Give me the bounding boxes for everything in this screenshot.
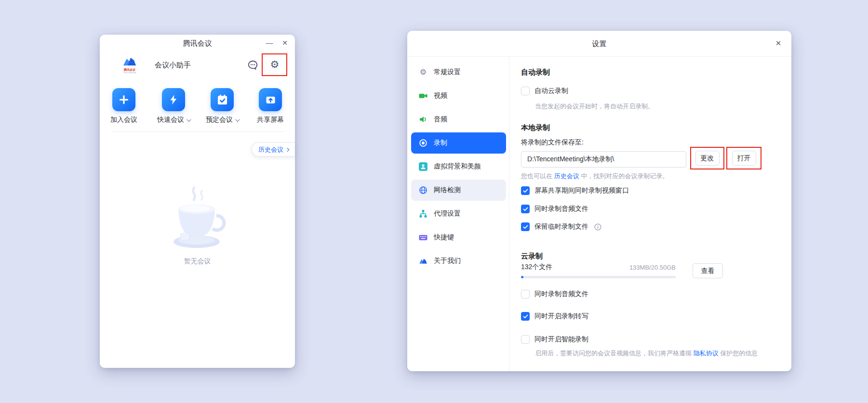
tencent-meeting-logo-icon (122, 59, 137, 67)
chevron-down-icon[interactable] (235, 117, 240, 122)
checkbox-checked-icon[interactable] (521, 312, 530, 321)
sidebar-item-label: 关于我们 (434, 257, 461, 265)
keep-temp-files-checkbox-row[interactable]: 保留临时录制文件 (521, 222, 601, 231)
checkbox-label: 同时开启智能录制 (534, 335, 588, 344)
person-card-icon (419, 162, 427, 171)
sidebar-item-video[interactable]: 视频 (411, 85, 506, 106)
keyboard-icon (419, 233, 427, 242)
sidebar-item-about[interactable]: 关于我们 (411, 250, 506, 272)
view-cloud-recordings-button[interactable]: 查看 (693, 263, 723, 278)
sidebar-item-general[interactable]: ⚙ 常规设置 (411, 62, 506, 83)
sidebar-item-label: 虚拟背景和美颜 (434, 162, 481, 171)
cloud-storage-summary: 132个文件 133MB/20.50GB (521, 263, 676, 272)
annotation-box-change: 更改 (690, 147, 724, 169)
record-icon (419, 139, 427, 147)
tencent-logo-icon (419, 257, 427, 265)
cloud-files-count: 132个文件 (521, 263, 552, 272)
sidebar-item-label: 快捷键 (434, 233, 454, 242)
checkbox-checked-icon[interactable] (521, 186, 530, 195)
chat-bubble-icon[interactable] (246, 59, 259, 71)
minimize-icon[interactable]: — (263, 37, 276, 49)
assistant-avatar[interactable]: 腾讯会议 Tencent Meeting (120, 57, 139, 77)
close-icon[interactable]: ✕ (772, 37, 785, 50)
save-path-input[interactable] (521, 151, 686, 168)
empty-state-coffee-cup-illustration (160, 185, 233, 259)
checkbox-label: 同时录制音频文件 (534, 205, 588, 213)
calendar-check-icon (211, 88, 234, 111)
divider (112, 131, 284, 132)
checkbox-label: 屏幕共享期间同时录制视频窗口 (534, 186, 629, 195)
checkbox-checked-icon[interactable] (521, 222, 530, 231)
sidebar-item-proxy[interactable]: 代理设置 (411, 203, 506, 224)
change-path-button[interactable]: 更改 (695, 151, 720, 166)
action-label: 快速会议 (157, 116, 184, 124)
history-hint: 您也可以在 历史会议 中，找到对应的会议录制记录。 (521, 172, 668, 181)
tencent-meeting-main-window: 腾讯会议 — ✕ 腾讯会议 Tencent Meeting 会议小助手 ⚙ (100, 35, 295, 368)
save-path-label: 将录制的文件保存至: (521, 138, 584, 147)
speaker-icon (419, 115, 427, 124)
open-folder-button[interactable]: 打开 (732, 151, 756, 166)
auto-cloud-recording-description: 当您发起的会议开始时，将自动开启录制。 (535, 102, 654, 111)
share-screen-button[interactable]: 共享屏幕 (247, 88, 294, 124)
bolt-icon (162, 88, 185, 111)
section-title-cloud-recording: 云录制 (521, 252, 543, 261)
cloud-transcription-checkbox-row[interactable]: 同时开启录制转写 (521, 312, 588, 321)
privacy-text: 启用后，需要访问您的会议音视频信息，我们将严格遵循 (535, 350, 694, 357)
checkbox-label: 保留临时录制文件 (534, 222, 588, 231)
record-audio-file-checkbox-row[interactable]: 同时录制音频文件 (521, 205, 588, 213)
sidebar-item-audio[interactable]: 音频 (411, 109, 506, 130)
progress-fill (521, 276, 523, 278)
settings-window-title: 设置 (407, 39, 791, 49)
history-label: 历史会议 (258, 145, 283, 154)
history-meetings-button[interactable]: 历史会议 (252, 143, 295, 156)
privacy-policy-link[interactable]: 隐私协议 (694, 350, 719, 357)
chevron-down-icon[interactable] (187, 117, 191, 122)
section-title-auto-recording: 自动录制 (521, 68, 550, 77)
logo-text: 腾讯会议 (120, 68, 139, 71)
history-meetings-link[interactable]: 历史会议 (554, 172, 579, 180)
close-icon[interactable]: ✕ (279, 37, 291, 49)
info-icon[interactable] (594, 223, 601, 231)
checkbox-unchecked-icon[interactable] (521, 290, 530, 299)
divider (407, 56, 791, 57)
checkbox-checked-icon[interactable] (521, 205, 530, 213)
divider (509, 57, 509, 371)
chevron-right-icon (285, 147, 289, 151)
network-tree-icon (419, 209, 427, 218)
schedule-meeting-button[interactable]: 预定会议 (199, 88, 245, 124)
video-camera-icon (419, 91, 427, 100)
checkbox-label: 同时录制音频文件 (534, 290, 588, 299)
globe-icon (419, 186, 427, 195)
record-video-window-checkbox-row[interactable]: 屏幕共享期间同时录制视频窗口 (521, 186, 629, 195)
cloud-record-audio-checkbox-row[interactable]: 同时录制音频文件 (521, 290, 588, 299)
sidebar-item-label: 常规设置 (434, 68, 461, 77)
cloud-usage: 133MB/20.50GB (629, 264, 676, 271)
section-title-local-recording: 本地录制 (521, 123, 550, 132)
action-label: 共享屏幕 (257, 116, 284, 124)
checkbox-unchecked-icon[interactable] (521, 87, 530, 95)
plus-icon (112, 88, 135, 111)
sidebar-item-label: 视频 (434, 91, 447, 100)
settings-window: 设置 ✕ ⚙ 常规设置 视频 音频 (407, 31, 791, 371)
screen-share-icon (259, 88, 282, 111)
sidebar-item-network-test[interactable]: 网络检测 (411, 180, 506, 201)
annotation-box-open: 打开 (726, 147, 761, 169)
sidebar-item-shortcuts[interactable]: 快捷键 (411, 227, 506, 248)
empty-state-text: 暂无会议 (100, 257, 295, 266)
sidebar-item-virtual-background[interactable]: 虚拟背景和美颜 (411, 156, 506, 177)
sidebar-item-label: 音频 (434, 115, 447, 124)
checkbox-unchecked-icon[interactable] (521, 335, 530, 344)
auto-cloud-recording-checkbox-row[interactable]: 自动云录制 (521, 87, 568, 95)
action-label: 加入会议 (110, 116, 137, 124)
join-meeting-button[interactable]: 加入会议 (101, 88, 147, 124)
sidebar-item-recording[interactable]: 录制 (411, 132, 506, 154)
annotation-box-settings (262, 53, 287, 76)
assistant-name: 会议小助手 (155, 61, 191, 70)
logo-subtext: Tencent Meeting (121, 71, 138, 74)
sidebar-item-label: 网络检测 (434, 186, 461, 195)
gear-icon: ⚙ (419, 68, 427, 77)
smart-recording-checkbox-row[interactable]: 同时开启智能录制 (521, 335, 588, 344)
quick-meeting-button[interactable]: 快速会议 (150, 88, 197, 124)
cloud-storage-progress-bar (521, 276, 676, 278)
checkbox-label: 同时开启录制转写 (534, 312, 588, 321)
